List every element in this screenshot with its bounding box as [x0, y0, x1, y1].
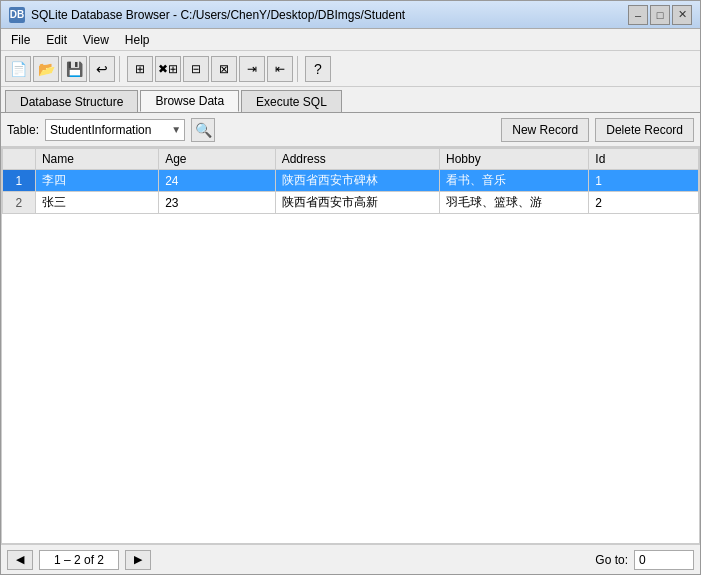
- save-button[interactable]: 💾: [61, 56, 87, 82]
- menu-edit[interactable]: Edit: [40, 31, 73, 49]
- cell-id[interactable]: 2: [589, 192, 699, 214]
- delete-record-button[interactable]: Delete Record: [595, 118, 694, 142]
- tab-database-structure[interactable]: Database Structure: [5, 90, 138, 112]
- title-bar: DB SQLite Database Browser - C:/Users/Ch…: [1, 1, 700, 29]
- col-header-age[interactable]: Age: [159, 149, 275, 170]
- col-header-id[interactable]: Id: [589, 149, 699, 170]
- cell-address[interactable]: 陕西省西安市碑林: [275, 170, 439, 192]
- search-button[interactable]: 🔍: [191, 118, 215, 142]
- table-select[interactable]: StudentInformation: [45, 119, 185, 141]
- cell-rownum: 1: [3, 170, 36, 192]
- maximize-button[interactable]: □: [650, 5, 670, 25]
- cell-age[interactable]: 24: [159, 170, 275, 192]
- cell-name[interactable]: 张三: [35, 192, 158, 214]
- menu-view[interactable]: View: [77, 31, 115, 49]
- import-button[interactable]: ⇥: [239, 56, 265, 82]
- delete-table-button[interactable]: ✖⊞: [155, 56, 181, 82]
- new-file-button[interactable]: 📄: [5, 56, 31, 82]
- open-file-button[interactable]: 📂: [33, 56, 59, 82]
- insert-row-button[interactable]: ⊟: [183, 56, 209, 82]
- cell-rownum: 2: [3, 192, 36, 214]
- cell-address[interactable]: 陕西省西安市高新: [275, 192, 439, 214]
- cell-hobby[interactable]: 羽毛球、篮球、游: [440, 192, 589, 214]
- menu-file[interactable]: File: [5, 31, 36, 49]
- title-bar-left: DB SQLite Database Browser - C:/Users/Ch…: [9, 7, 405, 23]
- table-row[interactable]: 2张三23陕西省西安市高新羽毛球、篮球、游2: [3, 192, 699, 214]
- prev-page-button[interactable]: ◀: [7, 550, 33, 570]
- table-body: 1李四24陕西省西安市碑林看书、音乐12张三23陕西省西安市高新羽毛球、篮球、游…: [3, 170, 699, 214]
- status-bar: ◀ 1 – 2 of 2 ▶ Go to:: [1, 544, 700, 574]
- toolbar: 📄 📂 💾 ↩ ⊞ ✖⊞ ⊟ ⊠ ⇥ ⇤ ?: [1, 51, 700, 87]
- new-record-button[interactable]: New Record: [501, 118, 589, 142]
- close-button[interactable]: ✕: [672, 5, 692, 25]
- tab-browse-data[interactable]: Browse Data: [140, 90, 239, 112]
- app-icon: DB: [9, 7, 25, 23]
- export-button[interactable]: ⇤: [267, 56, 293, 82]
- col-header-address[interactable]: Address: [275, 149, 439, 170]
- tab-bar: Database Structure Browse Data Execute S…: [1, 87, 700, 113]
- page-info: 1 – 2 of 2: [39, 550, 119, 570]
- col-header-name[interactable]: Name: [35, 149, 158, 170]
- main-window: DB SQLite Database Browser - C:/Users/Ch…: [0, 0, 701, 575]
- col-header-hobby[interactable]: Hobby: [440, 149, 589, 170]
- goto-input[interactable]: [634, 550, 694, 570]
- data-table: Name Age Address Hobby Id 1李四24陕西省西安市碑林看…: [2, 148, 699, 214]
- cell-age[interactable]: 23: [159, 192, 275, 214]
- undo-button[interactable]: ↩: [89, 56, 115, 82]
- new-table-button[interactable]: ⊞: [127, 56, 153, 82]
- cell-id[interactable]: 1: [589, 170, 699, 192]
- minimize-button[interactable]: –: [628, 5, 648, 25]
- cell-hobby[interactable]: 看书、音乐: [440, 170, 589, 192]
- tab-execute-sql[interactable]: Execute SQL: [241, 90, 342, 112]
- title-controls: – □ ✕: [628, 5, 692, 25]
- table-label: Table:: [7, 123, 39, 137]
- table-select-wrapper: StudentInformation ▼: [45, 119, 185, 141]
- delete-row-button[interactable]: ⊠: [211, 56, 237, 82]
- data-table-container: Name Age Address Hobby Id 1李四24陕西省西安市碑林看…: [1, 147, 700, 544]
- help-button[interactable]: ?: [305, 56, 331, 82]
- table-row[interactable]: 1李四24陕西省西安市碑林看书、音乐1: [3, 170, 699, 192]
- menu-bar: File Edit View Help: [1, 29, 700, 51]
- toolbar-separator-1: [119, 56, 123, 82]
- window-title: SQLite Database Browser - C:/Users/ChenY…: [31, 8, 405, 22]
- toolbar-separator-2: [297, 56, 301, 82]
- cell-name[interactable]: 李四: [35, 170, 158, 192]
- col-header-rownum: [3, 149, 36, 170]
- menu-help[interactable]: Help: [119, 31, 156, 49]
- next-page-button[interactable]: ▶: [125, 550, 151, 570]
- table-header-row: Name Age Address Hobby Id: [3, 149, 699, 170]
- goto-label: Go to:: [595, 553, 628, 567]
- table-toolbar: Table: StudentInformation ▼ 🔍 New Record…: [1, 113, 700, 147]
